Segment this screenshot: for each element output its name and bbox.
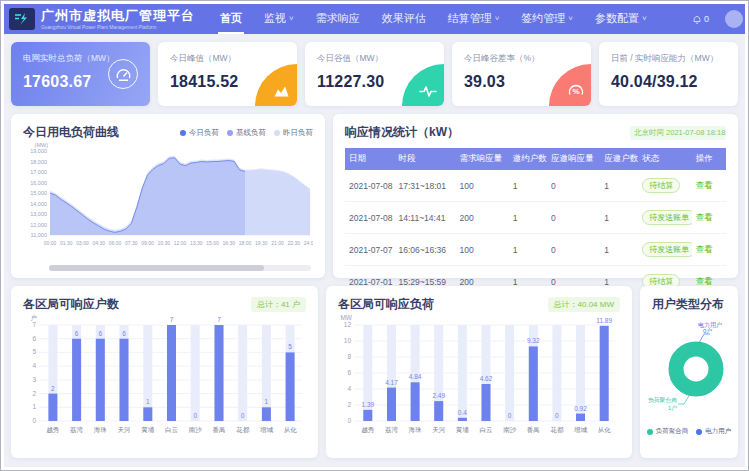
nav-item-demand-response[interactable]: 需求响应 [314, 4, 362, 34]
legend-item-0[interactable]: 今日负荷 [180, 128, 219, 138]
legend-label: 今日负荷 [189, 128, 219, 138]
nav-item-contract[interactable]: 签约管理˅ [519, 4, 575, 34]
nav-item-settlement[interactable]: 结算管理˅ [446, 4, 502, 34]
kpi-label: 今日峰值（MW） [170, 53, 285, 65]
bar [215, 325, 224, 421]
app-window: 广州市虚拟电厂管理平台 Guangzhou Virtual Power Plan… [0, 0, 749, 471]
district-households-panel: 各区局可响应户数 总计：41 户 01234567户2越秀6荔湾6海珠6天河1黄… [11, 286, 318, 458]
svg-text:2: 2 [347, 401, 351, 408]
svg-text:19,000: 19,000 [30, 148, 47, 154]
table-cell: 100 [455, 234, 508, 266]
legend-item-2[interactable]: 昨日负荷 [274, 128, 313, 138]
load-total-badge: 总计：40.04 MW [548, 297, 620, 312]
svg-text:18:00: 18:00 [239, 240, 252, 246]
nav-item-parameter-config[interactable]: 参数配置˅ [593, 4, 649, 34]
svg-text:11,000: 11,000 [31, 232, 47, 238]
user-type-legend: 负荷聚合商电力用户 [646, 427, 732, 436]
svg-text:04:30: 04:30 [92, 240, 105, 246]
bar [482, 384, 491, 421]
legend-dot-icon [180, 130, 186, 136]
table-cell: 100 [455, 170, 508, 202]
svg-text:从化: 从化 [284, 426, 298, 434]
legend-label: 负荷聚合商 [656, 427, 689, 436]
response-stats-title: 响应情况统计（kW） [345, 124, 459, 141]
notification-indicator[interactable]: 0 [693, 14, 709, 24]
response-stats-panel: 响应情况统计（kW） 北京时间 2021-07-08 18:18 日期时段需求响… [333, 114, 738, 278]
bar [529, 346, 538, 421]
svg-text:6: 6 [75, 330, 79, 337]
bar [458, 418, 467, 421]
svg-text:天河: 天河 [118, 426, 132, 434]
chart-scrollbar-thumb[interactable] [49, 265, 264, 271]
svg-text:越秀: 越秀 [361, 426, 375, 434]
top-nav: 广州市虚拟电厂管理平台 Guangzhou Virtual Power Plan… [4, 4, 745, 34]
donut-segment [676, 349, 716, 389]
svg-text:0: 0 [193, 412, 197, 419]
table-cell: 0 [547, 170, 600, 202]
bar [262, 407, 271, 421]
svg-text:0户: 0户 [703, 327, 712, 334]
table-cell: 17:31~18:01 [395, 170, 456, 202]
user-type-panel: 用户类型分布 电力用户0户负荷聚合商1户 负荷聚合商电力用户 [640, 286, 738, 458]
table-row: 2021-07-0817:31~18:01100101待结算查看 [345, 170, 726, 202]
bar [434, 401, 443, 421]
legend-label: 基线负荷 [236, 128, 266, 138]
district-load-panel: 各区局可响应负荷 总计：40.04 MW 024681012MW1.39越秀4.… [326, 286, 632, 458]
table-header: 需求响应量 [455, 148, 508, 170]
svg-text:花都: 花都 [549, 426, 564, 434]
bar-background [458, 325, 467, 421]
percent-gauge-icon: % [549, 64, 591, 106]
user-type-legend-item-1[interactable]: 电力用户 [696, 427, 731, 436]
svg-text:10: 10 [344, 337, 352, 344]
svg-text:18,000: 18,000 [30, 159, 47, 165]
svg-text:1.39: 1.39 [361, 401, 374, 408]
svg-text:4.62: 4.62 [480, 375, 493, 382]
svg-text:天河: 天河 [432, 426, 446, 434]
svg-text:22:30: 22:30 [287, 240, 300, 246]
view-link[interactable]: 查看 [696, 180, 713, 190]
pulse-icon [402, 64, 444, 106]
kpi-label: 今日谷值（MW） [317, 53, 432, 65]
svg-text:2: 2 [32, 390, 36, 397]
status-cell: 待发送账单 [638, 234, 691, 266]
table-cell: 200 [455, 202, 508, 234]
app-logo [9, 8, 35, 30]
svg-text:15:00: 15:00 [206, 240, 219, 246]
bar-background [143, 325, 152, 421]
table-cell: 1 [600, 234, 638, 266]
svg-text:0: 0 [555, 412, 559, 419]
user-type-donut-chart: 电力用户0户负荷聚合商1户 [646, 317, 732, 425]
legend-dot-icon [227, 130, 233, 136]
svg-text:4.17: 4.17 [385, 379, 398, 386]
svg-text:增城: 增城 [573, 426, 588, 434]
nav-item-monitor[interactable]: 监视˅ [262, 4, 296, 34]
svg-text:0: 0 [347, 417, 351, 424]
svg-text:1: 1 [265, 398, 269, 405]
legend-item-1[interactable]: 基线负荷 [227, 128, 266, 138]
main-nav: 首页监视˅需求响应效果评估结算管理˅签约管理˅参数配置˅ [209, 4, 658, 34]
svg-text:白云: 白云 [480, 426, 494, 434]
view-link[interactable]: 查看 [696, 276, 713, 286]
svg-text:12: 12 [344, 321, 352, 328]
status-cell: 待结算 [638, 170, 691, 202]
nav-item-home[interactable]: 首页 [218, 4, 244, 34]
table-cell: 1 [600, 202, 638, 234]
svg-text:海珠: 海珠 [409, 426, 423, 434]
svg-text:1: 1 [32, 403, 36, 410]
svg-text:黄埔: 黄埔 [456, 426, 470, 434]
table-header: 应邀响应量 [547, 148, 600, 170]
action-cell: 查看 [692, 202, 726, 234]
nav-item-effect-evaluation[interactable]: 效果评估 [380, 4, 428, 34]
svg-text:增城: 增城 [259, 426, 274, 434]
nav-item-label: 效果评估 [382, 11, 426, 26]
action-cell: 查看 [692, 234, 726, 266]
avatar[interactable] [725, 10, 743, 28]
user-type-legend-item-0[interactable]: 负荷聚合商 [647, 427, 689, 436]
chart-scrollbar[interactable] [49, 265, 311, 271]
bar [167, 325, 176, 421]
bar [286, 352, 295, 421]
svg-text:6: 6 [347, 369, 351, 376]
view-link[interactable]: 查看 [696, 244, 713, 254]
view-link[interactable]: 查看 [696, 212, 713, 222]
svg-text:荔湾: 荔湾 [385, 426, 399, 434]
